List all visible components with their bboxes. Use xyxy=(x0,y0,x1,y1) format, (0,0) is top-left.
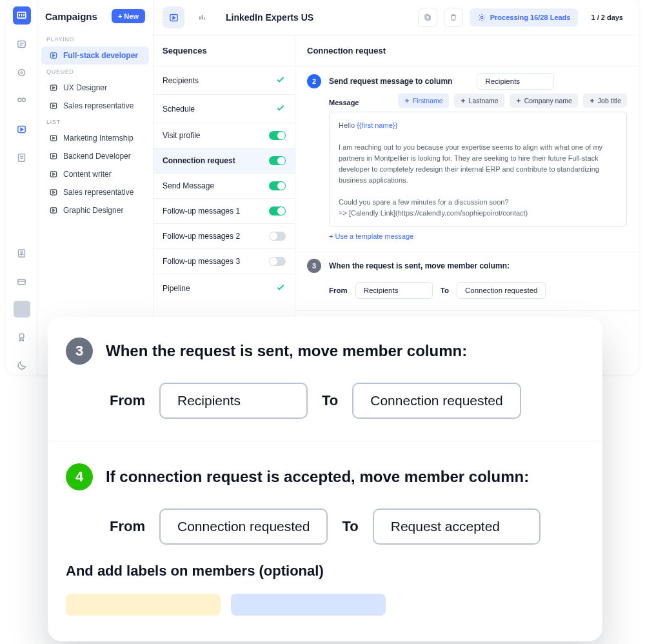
zoom-badge-4: 4 xyxy=(66,463,93,490)
campaign-item-sales2[interactable]: Sales representative xyxy=(41,183,149,201)
target-icon[interactable] xyxy=(13,63,31,81)
step2-title: Send request message to column xyxy=(329,77,452,86)
svg-point-23 xyxy=(481,16,483,19)
sequence-item[interactable]: Connection request xyxy=(154,148,295,173)
use-template-link[interactable]: + Use a template message xyxy=(329,232,627,240)
campaign-item-label: Marketing Internship xyxy=(63,134,134,143)
svg-rect-19 xyxy=(50,208,56,213)
message-label: Message xyxy=(329,99,359,106)
zoom-labels-title: And add labels on members (optional) xyxy=(66,563,584,579)
campaign-item-ux[interactable]: UX Designer xyxy=(41,79,149,97)
group-queued-label: QUEUED xyxy=(37,65,153,79)
sequence-item[interactable]: Follow-up messages 2 xyxy=(154,223,295,248)
processing-status: Processing 16/28 Leads xyxy=(470,8,579,26)
group-playing-label: PLAYING xyxy=(37,32,153,46)
campaign-item-writer[interactable]: Content writer xyxy=(41,165,149,183)
campaign-item-backend[interactable]: Backend Developer xyxy=(41,147,149,165)
campaign-item-label: Sales representative xyxy=(63,188,134,197)
notes-icon[interactable] xyxy=(13,148,31,166)
chip-company[interactable]: Company name xyxy=(510,94,578,108)
campaign-item-sales1[interactable]: Sales representative xyxy=(41,97,149,115)
sequence-item[interactable]: Follow-up messages 3 xyxy=(154,248,295,274)
zoom-step3-title: When the request is sent, move member co… xyxy=(106,342,467,360)
svg-rect-4 xyxy=(18,98,21,101)
step-3: 3 When the request is sent, move member … xyxy=(295,252,639,310)
sequence-item[interactable]: Follow-up messages 1 xyxy=(154,198,295,223)
campaigns-icon[interactable] xyxy=(13,120,31,138)
sequence-item[interactable]: Visit profile xyxy=(154,123,295,148)
campaign-item-marketing[interactable]: Marketing Internship xyxy=(41,129,149,147)
chip-lastname[interactable]: Lastname xyxy=(454,94,504,108)
sequence-item[interactable]: Recipients xyxy=(154,66,295,94)
copy-button[interactable] xyxy=(418,8,437,27)
zoom-from-field-4[interactable]: Connection requested xyxy=(159,508,328,545)
campaign-item-label: Graphic Designer xyxy=(63,206,123,215)
from-field[interactable]: Recipients xyxy=(355,282,433,299)
to-field[interactable]: Connection requested xyxy=(457,282,546,299)
svg-rect-1 xyxy=(18,41,25,47)
sequence-item-label: Send Message xyxy=(163,181,214,190)
chip-jobtitle[interactable]: Job title xyxy=(583,94,627,108)
zoom-to-label: To xyxy=(322,392,338,409)
svg-rect-10 xyxy=(18,279,25,284)
label-chip-yellow[interactable] xyxy=(66,594,221,616)
group-list-label: LIST xyxy=(37,115,153,129)
dark-mode-icon[interactable] xyxy=(13,356,31,374)
sequence-item-label: Follow-up messages 3 xyxy=(163,257,240,266)
label-chip-blue[interactable] xyxy=(231,594,386,616)
avatar[interactable] xyxy=(14,301,30,317)
chip-firstname[interactable]: Firstname xyxy=(398,94,449,108)
svg-rect-5 xyxy=(22,98,25,101)
step3-title: When the request is sent, move member co… xyxy=(329,261,510,270)
toggle[interactable] xyxy=(269,181,286,190)
svg-point-9 xyxy=(21,251,23,253)
new-campaign-button[interactable]: + New xyxy=(112,9,145,23)
svg-rect-17 xyxy=(50,172,56,177)
sequence-item-label: Schedule xyxy=(163,105,195,114)
svg-point-3 xyxy=(21,72,23,74)
zoom-from-field-3[interactable]: Recipients xyxy=(159,383,308,419)
svg-rect-14 xyxy=(50,103,56,108)
delete-button[interactable] xyxy=(444,8,463,27)
svg-rect-15 xyxy=(50,136,56,141)
campaign-item-label: Full-stack developer xyxy=(63,51,138,60)
zoom-to-label-4: To xyxy=(342,518,358,535)
tab-analytics-icon[interactable] xyxy=(191,6,213,28)
inbox-icon[interactable] xyxy=(13,35,31,53)
tab-play-icon[interactable] xyxy=(163,6,184,28)
team-icon[interactable] xyxy=(13,92,31,110)
sequence-item[interactable]: Send Message xyxy=(154,173,295,198)
zoom-step4-title: If connection request is accepted, move … xyxy=(106,468,529,486)
check-icon xyxy=(275,103,286,115)
toggle[interactable] xyxy=(269,257,286,266)
sequence-item[interactable]: Schedule xyxy=(154,94,295,123)
brand-logo-icon[interactable] xyxy=(13,6,31,25)
campaign-item-fullstack[interactable]: Full-stack developer xyxy=(41,46,149,65)
toggle[interactable] xyxy=(269,131,286,140)
zoom-step-3: 3 When the request is sent, move member … xyxy=(66,337,584,365)
billing-icon[interactable] xyxy=(13,272,31,290)
toggle[interactable] xyxy=(269,156,286,165)
variable-chips: Firstname Lastname Company name Job titl… xyxy=(398,94,627,108)
step-badge-3: 3 xyxy=(307,259,321,273)
campaign-item-graphic[interactable]: Graphic Designer xyxy=(41,201,149,219)
campaign-item-label: Sales representative xyxy=(63,101,134,110)
sequence-item[interactable]: Pipeline xyxy=(154,274,295,302)
sequence-item-label: Follow-up messages 2 xyxy=(163,232,240,241)
step2-column-field[interactable]: Recipients xyxy=(477,73,554,90)
zoom-step-4: 4 If connection request is accepted, mov… xyxy=(66,463,584,490)
sequence-item-label: Pipeline xyxy=(163,284,190,293)
toggle[interactable] xyxy=(269,232,286,241)
sequence-item-label: Visit profile xyxy=(163,131,200,140)
svg-rect-21 xyxy=(426,16,430,20)
svg-point-2 xyxy=(19,69,25,75)
contacts-icon[interactable] xyxy=(13,244,31,262)
toggle[interactable] xyxy=(269,206,286,216)
zoom-to-field-4[interactable]: Request accepted xyxy=(373,508,541,545)
award-icon[interactable] xyxy=(13,328,31,346)
sequence-item-label: Recipients xyxy=(163,76,199,85)
topbar: LinkedIn Experts US Processing 16/28 Lea… xyxy=(154,0,639,35)
message-textarea[interactable]: Hello {{first name}} I am reaching out t… xyxy=(329,112,627,227)
zoom-to-field-3[interactable]: Connection requested xyxy=(352,383,521,419)
campaign-item-label: Content writer xyxy=(63,170,112,179)
